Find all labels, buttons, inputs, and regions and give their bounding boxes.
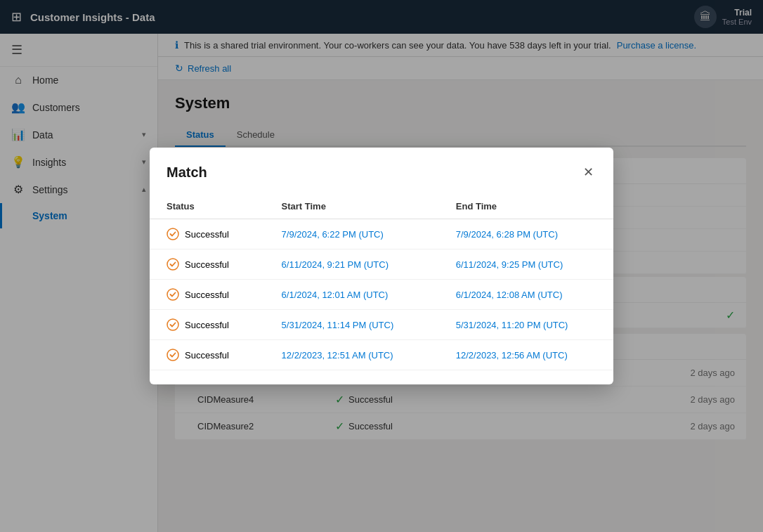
end-time-cell: 6/11/2024, 9:25 PM (UTC) <box>439 249 613 280</box>
start-time-value: 7/9/2024, 6:22 PM (UTC) <box>282 229 384 240</box>
end-time-cell: 5/31/2024, 11:20 PM (UTC) <box>439 310 613 340</box>
modal-table-row: Successful 6/1/2024, 12:01 AM (UTC) 6/1/… <box>150 280 613 310</box>
svg-point-3 <box>167 319 178 330</box>
status-text: Successful <box>185 229 229 240</box>
start-time-cell: 5/31/2024, 11:14 PM (UTC) <box>265 310 439 340</box>
modal-table-row: Successful 6/11/2024, 9:21 PM (UTC) 6/11… <box>150 249 613 280</box>
check-circle-icon <box>167 228 179 240</box>
modal-table-row: Successful 7/9/2024, 6:22 PM (UTC) 7/9/2… <box>150 219 613 249</box>
status-text: Successful <box>185 290 229 300</box>
status-cell: Successful <box>150 280 265 310</box>
status-cell: Successful <box>150 219 265 249</box>
end-time-cell: 12/2/2023, 12:56 AM (UTC) <box>439 340 613 370</box>
start-time-value: 6/1/2024, 12:01 AM (UTC) <box>282 290 389 300</box>
modal-overlay[interactable]: Match ✕ Status Start Time End Time <box>0 0 763 532</box>
end-time-value: 6/11/2024, 9:25 PM (UTC) <box>456 259 563 270</box>
status-text: Successful <box>185 320 229 330</box>
end-time-cell: 7/9/2024, 6:28 PM (UTC) <box>439 219 613 249</box>
check-circle-icon <box>167 288 179 301</box>
start-time-cell: 7/9/2024, 6:22 PM (UTC) <box>265 219 439 249</box>
modal-close-button[interactable]: ✕ <box>580 162 596 183</box>
status-cell: Successful <box>150 340 265 370</box>
modal-table: Status Start Time End Time Successful 7/… <box>150 194 613 370</box>
start-time-cell: 6/11/2024, 9:21 PM (UTC) <box>265 249 439 280</box>
start-time-value: 12/2/2023, 12:51 AM (UTC) <box>282 350 393 361</box>
check-circle-icon <box>167 349 179 361</box>
end-time-value: 12/2/2023, 12:56 AM (UTC) <box>456 350 568 361</box>
modal-table-row: Successful 12/2/2023, 12:51 AM (UTC) 12/… <box>150 340 613 370</box>
start-time-cell: 12/2/2023, 12:51 AM (UTC) <box>265 340 439 370</box>
end-time-value: 7/9/2024, 6:28 PM (UTC) <box>456 229 558 240</box>
modal-header: Match ✕ <box>150 148 613 194</box>
status-text: Successful <box>185 350 229 361</box>
modal-title: Match <box>167 164 207 181</box>
col-start-time: Start Time <box>265 194 439 219</box>
start-time-cell: 6/1/2024, 12:01 AM (UTC) <box>265 280 439 310</box>
modal: Match ✕ Status Start Time End Time <box>150 148 613 384</box>
col-end-time: End Time <box>439 194 613 219</box>
status-text: Successful <box>185 259 229 270</box>
status-cell: Successful <box>150 310 265 340</box>
check-circle-icon <box>167 258 179 271</box>
modal-table-row: Successful 5/31/2024, 11:14 PM (UTC) 5/3… <box>150 310 613 340</box>
status-cell: Successful <box>150 249 265 280</box>
modal-footer <box>150 370 613 384</box>
svg-point-2 <box>167 289 178 300</box>
svg-point-4 <box>167 349 178 361</box>
svg-point-1 <box>167 259 178 270</box>
end-time-cell: 6/1/2024, 12:08 AM (UTC) <box>439 280 613 310</box>
end-time-value: 5/31/2024, 11:20 PM (UTC) <box>456 320 568 330</box>
col-status: Status <box>150 194 265 219</box>
start-time-value: 6/11/2024, 9:21 PM (UTC) <box>282 259 389 270</box>
end-time-value: 6/1/2024, 12:08 AM (UTC) <box>456 290 563 300</box>
start-time-value: 5/31/2024, 11:14 PM (UTC) <box>282 320 394 330</box>
check-circle-icon <box>167 318 179 331</box>
svg-point-0 <box>167 228 178 240</box>
